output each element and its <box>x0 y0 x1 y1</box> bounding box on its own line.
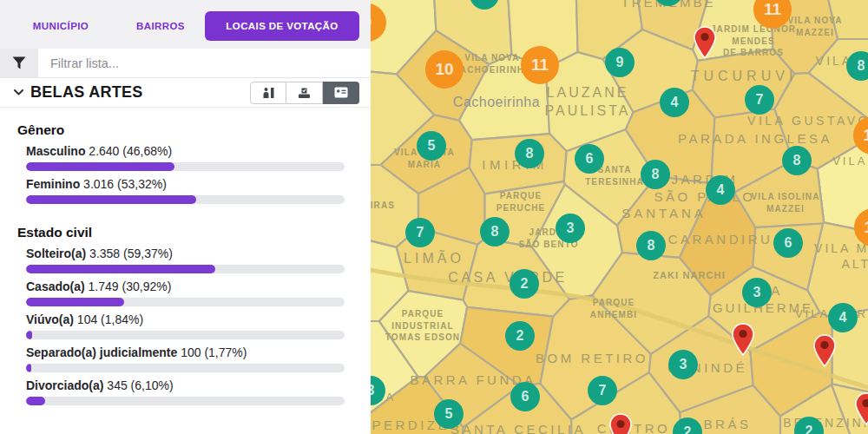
view-toggle-group <box>250 82 359 104</box>
map-label: CARANDIRU <box>668 231 773 248</box>
stat-bar <box>26 331 345 339</box>
map-label: ZAKI NARCHI <box>653 269 726 282</box>
stat-label: Casado(a) 1.749 (30,92%) <box>26 279 345 293</box>
map-marker-green[interactable]: 8 <box>641 160 670 189</box>
map-label: VILA NOVA CACHOEIRINHA <box>453 52 532 76</box>
map-marker-green[interactable]: 9 <box>605 48 635 77</box>
stat-bar-fill <box>26 397 45 405</box>
map-pin[interactable] <box>855 392 868 429</box>
stat-label: Masculino 2.640 (46,68%) <box>26 144 345 158</box>
stat-bar-fill <box>26 331 32 339</box>
map-marker-green[interactable]: 8 <box>480 217 510 247</box>
map-label: BOM RETIRO <box>536 350 648 367</box>
stat-bar-fill <box>26 364 31 372</box>
section-header[interactable]: BELAS ARTES <box>0 78 371 108</box>
stat-label: Feminino 3.016 (53,32%) <box>26 177 345 191</box>
map-marker-green[interactable]: 5 <box>434 399 464 429</box>
sidebar: MUNICÍPIO BAIRROS LOCAIS DE VOTAÇÃO BELA… <box>0 0 371 434</box>
stat-item: Casado(a) 1.749 (30,92%) <box>17 279 345 306</box>
map-marker-green[interactable]: 8 <box>515 139 544 168</box>
map-marker-green[interactable]: 7 <box>745 85 774 115</box>
stat-group-title: Estado civil <box>17 225 345 240</box>
map-label: PARQUE ANHEMBI <box>590 297 637 320</box>
stat-bar <box>26 397 345 405</box>
map-marker-green[interactable]: 4 <box>828 303 858 332</box>
map-label: EIRAS <box>371 200 395 212</box>
map-marker-green[interactable]: 2 <box>505 321 535 351</box>
stat-bar-fill <box>26 298 124 306</box>
map-label: PARQUE PERUCHE <box>496 190 546 214</box>
map-marker-green[interactable]: 7 <box>588 376 617 405</box>
map-marker-green[interactable]: 6 <box>773 228 803 258</box>
map-label: VILA GUSTAVO <box>747 113 868 128</box>
map-marker-green[interactable]: 3 <box>556 214 585 243</box>
map-label: VILA MARIA ALTA <box>814 240 868 272</box>
view-card-button[interactable] <box>323 82 359 104</box>
section-title: BELAS ARTES <box>30 83 250 102</box>
tab-municipio[interactable]: MUNICÍPIO <box>0 21 122 31</box>
map-marker-green[interactable]: 3 <box>668 350 698 379</box>
map-label: TUCURUVI <box>691 68 798 86</box>
map-pin[interactable] <box>694 26 716 62</box>
map-label: LAUZANE PAULISTA <box>545 84 631 121</box>
map-marker-orange[interactable]: 11 <box>521 46 559 84</box>
map-marker-green[interactable]: 7 <box>405 218 435 247</box>
filter-input[interactable] <box>38 49 371 77</box>
map-label: CENTRO <box>597 420 670 434</box>
ballot-box-icon <box>298 87 311 99</box>
stat-item: Solteiro(a) 3.358 (59,37%) <box>17 247 345 273</box>
map-marker-orange[interactable]: 10 <box>425 50 464 89</box>
stat-bar <box>26 298 345 306</box>
map-label: SANTA CECILIA <box>450 421 586 434</box>
map-marker-green[interactable]: 5 <box>417 131 446 161</box>
tab-locais-de-votacao[interactable]: LOCAIS DE VOTAÇÃO <box>205 11 359 41</box>
stat-bar-fill <box>26 195 196 204</box>
stat-bar-fill <box>26 265 215 273</box>
map-pin[interactable] <box>813 334 836 371</box>
map-label: PARQUE INDUSTRIAL TOMAS EDSON <box>385 308 460 344</box>
stat-bar <box>26 162 345 171</box>
filter-icon-box <box>0 49 38 77</box>
view-people-button[interactable] <box>250 82 286 104</box>
map-marker-green[interactable]: 8 <box>782 146 812 175</box>
stat-group: Estado civilSolteiro(a) 3.358 (59,37%)Ca… <box>17 225 345 405</box>
stat-label: Divorciado(a) 345 (6,10%) <box>26 378 345 392</box>
tab-bar: MUNICÍPIO BAIRROS LOCAIS DE VOTAÇÃO <box>0 0 371 49</box>
map-label: CASA VERDE <box>448 269 567 287</box>
map-label: PARADA INGLESA <box>678 130 832 148</box>
map-marker-green[interactable]: 2 <box>510 269 539 299</box>
filter-icon <box>12 56 26 69</box>
map-marker-green[interactable]: 4 <box>706 175 735 205</box>
map-label: LIMÃO <box>404 250 464 268</box>
map-marker-green[interactable]: 3 <box>742 278 772 307</box>
stat-label: Separado(a) judicialmente 100 (1,77%) <box>26 345 345 359</box>
stat-group: GêneroMasculino 2.640 (46,68%)Feminino 3… <box>17 122 345 204</box>
filter-bar <box>0 49 371 78</box>
map-marker-green[interactable]: 8 <box>636 231 666 260</box>
map-marker-green[interactable]: 4 <box>660 88 689 117</box>
stat-bar <box>26 265 345 273</box>
map-pin[interactable] <box>609 413 632 434</box>
stat-item: Divorciado(a) 345 (6,10%) <box>17 378 345 405</box>
chevron-down-icon <box>14 89 23 95</box>
map-pin[interactable] <box>732 323 754 359</box>
stat-bar <box>26 364 345 372</box>
view-ballot-button[interactable] <box>286 82 323 104</box>
stat-label: Solteiro(a) 3.358 (59,37%) <box>26 247 345 260</box>
map-label: BRÁS <box>704 416 752 433</box>
stat-item: Feminino 3.016 (53,32%) <box>17 177 345 204</box>
map-label: VILA MAZZEI <box>832 155 868 169</box>
map-label: VILA ISOLINA MAZZEI <box>752 191 820 214</box>
map-label: VILA NOVA MAZZEI <box>787 15 842 38</box>
stats: GêneroMasculino 2.640 (46,68%)Feminino 3… <box>0 108 371 405</box>
tab-bairros[interactable]: BAIRROS <box>122 21 200 31</box>
stat-group-title: Gênero <box>17 122 345 138</box>
app: MUNICÍPIO BAIRROS LOCAIS DE VOTAÇÃO BELA… <box>0 0 868 434</box>
people-icon <box>262 87 275 99</box>
stat-bar-fill <box>26 162 174 171</box>
map-canvas[interactable]: TREMEMBÉVILA NOVA CACHOEIRINHACachoeirin… <box>371 0 868 434</box>
map-label: JARDIM LEONOR MENDES DE BARROS <box>711 23 796 59</box>
map-marker-green[interactable]: 6 <box>575 144 604 174</box>
map-marker-green[interactable]: 6 <box>510 382 540 411</box>
stat-item: Viúvo(a) 104 (1,84%) <box>17 312 345 339</box>
